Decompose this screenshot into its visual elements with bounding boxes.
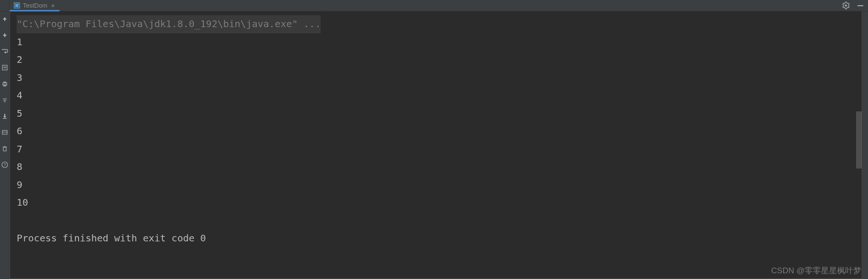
svg-rect-6 bbox=[3, 67, 6, 67]
soft-wrap-icon[interactable] bbox=[1, 48, 9, 55]
output-line: 8 bbox=[17, 158, 855, 176]
console-output[interactable]: "C:\Program Files\Java\jdk1.8.0_192\bin\… bbox=[10, 11, 862, 279]
svg-rect-15 bbox=[3, 118, 7, 119]
output-line: 6 bbox=[17, 122, 855, 140]
tab-testdom[interactable]: TestDom × bbox=[10, 0, 60, 11]
tab-bar-actions bbox=[842, 0, 868, 11]
svg-rect-20 bbox=[4, 146, 5, 147]
hide-icon[interactable] bbox=[857, 2, 864, 10]
watermark: CSDN @零零星星枫叶梦 bbox=[771, 265, 861, 276]
help-icon[interactable]: ? bbox=[1, 161, 9, 169]
output-line: 5 bbox=[17, 105, 855, 123]
scroll-to-end-icon[interactable] bbox=[1, 64, 9, 71]
down-arrow-icon[interactable] bbox=[1, 31, 9, 39]
output-line: 1 bbox=[17, 33, 855, 51]
svg-text:?: ? bbox=[3, 162, 6, 167]
tab-bar-left-margin bbox=[0, 0, 10, 11]
process-finish-line: Process finished with exit code 0 bbox=[17, 229, 855, 248]
filter-icon[interactable] bbox=[1, 96, 9, 104]
output-line: 4 bbox=[17, 87, 855, 105]
svg-rect-3 bbox=[4, 19, 5, 21]
scrollbar-thumb[interactable] bbox=[856, 111, 862, 169]
output-line: 2 bbox=[17, 51, 855, 69]
output-line: 3 bbox=[17, 69, 855, 87]
svg-rect-7 bbox=[3, 68, 6, 68]
tab-label: TestDom bbox=[23, 2, 47, 9]
print-icon[interactable] bbox=[1, 80, 9, 88]
tab-bar: TestDom × bbox=[0, 0, 868, 11]
run-config-icon bbox=[13, 2, 20, 9]
right-gutter bbox=[862, 11, 868, 279]
output-line: 7 bbox=[17, 140, 855, 159]
svg-rect-17 bbox=[2, 132, 7, 132]
run-toolbar: ? bbox=[0, 11, 10, 279]
svg-rect-12 bbox=[3, 100, 6, 100]
svg-rect-13 bbox=[4, 101, 6, 102]
export-icon[interactable] bbox=[1, 112, 9, 120]
tab-close-icon[interactable]: × bbox=[50, 2, 56, 9]
svg-rect-19 bbox=[3, 147, 7, 147]
svg-rect-2 bbox=[858, 5, 863, 6]
main-area: ? "C:\Program Files\Java\jdk1.8.0_192\bi… bbox=[0, 11, 868, 279]
output-line: 9 bbox=[17, 176, 855, 194]
gear-icon[interactable] bbox=[842, 1, 850, 10]
svg-rect-1 bbox=[15, 4, 19, 7]
up-arrow-icon[interactable] bbox=[1, 15, 9, 23]
layout-icon[interactable] bbox=[1, 129, 9, 136]
output-line: 10 bbox=[17, 194, 855, 212]
svg-rect-11 bbox=[3, 99, 7, 99]
svg-rect-18 bbox=[3, 147, 6, 151]
svg-rect-9 bbox=[4, 82, 6, 83]
command-line: "C:\Program Files\Java\jdk1.8.0_192\bin\… bbox=[17, 15, 855, 33]
trash-icon[interactable] bbox=[1, 145, 9, 152]
output-lines: 12345678910 bbox=[17, 33, 855, 212]
